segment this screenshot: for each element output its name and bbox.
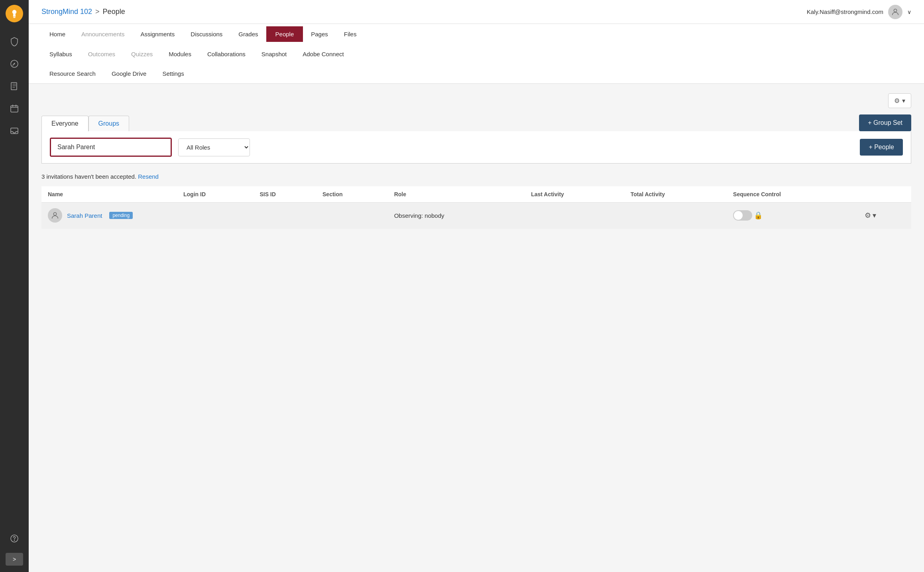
shield-icon[interactable] [6, 33, 23, 50]
filter-row: All Roles Teacher Student Observer + Peo… [41, 131, 911, 164]
svg-rect-1 [14, 18, 16, 18]
svg-rect-0 [13, 17, 16, 18]
nav-discussions[interactable]: Discussions [183, 24, 230, 44]
svg-rect-4 [11, 83, 17, 90]
sidebar-expand-button[interactable]: > [6, 553, 23, 566]
people-table: Name Login ID SIS ID Section Role Last A… [41, 186, 911, 229]
nav-announcements[interactable]: Announcements [73, 24, 132, 44]
row-gear-dropdown-arrow: ▾ [873, 211, 876, 220]
inbox-icon[interactable] [6, 122, 23, 140]
role-select[interactable]: All Roles Teacher Student Observer [178, 138, 250, 156]
svg-point-8 [894, 9, 896, 12]
table-row: Sarah Parent pending Observing: nobody [41, 203, 911, 229]
user-name-cell: Sarah Parent pending [41, 203, 177, 229]
user-sis-id [253, 203, 316, 229]
nav-assignments[interactable]: Assignments [132, 24, 183, 44]
col-section: Section [316, 186, 388, 203]
nav-collaborations[interactable]: Collaborations [199, 44, 254, 64]
nav-row-1: Home Announcements Assignments Discussio… [41, 24, 911, 44]
invitation-notice: 3 invitations haven't been accepted. Res… [41, 173, 911, 180]
main-content: StrongMind 102 > People Kaly.Nasiff@stro… [29, 0, 924, 572]
toggle-knob [734, 211, 743, 220]
nav-grades[interactable]: Grades [230, 24, 266, 44]
people-page: ⚙ ▾ Everyone Groups + Group Set All Role… [29, 84, 924, 572]
add-people-button[interactable]: + People [860, 139, 903, 156]
user-avatar [48, 208, 62, 223]
filter-left: All Roles Teacher Student Observer [50, 138, 250, 157]
search-input[interactable] [51, 139, 171, 156]
user-dropdown-arrow[interactable]: ∨ [907, 9, 911, 15]
nav-row-2: Syllabus Outcomes Quizzes Modules Collab… [41, 44, 911, 64]
calendar-icon[interactable] [6, 100, 23, 117]
breadcrumb-course-link[interactable]: StrongMind 102 [41, 8, 92, 16]
resend-link[interactable]: Resend [138, 173, 159, 180]
col-actions [858, 186, 911, 203]
course-nav: Home Announcements Assignments Discussio… [29, 24, 924, 84]
col-sequence-control: Sequence Control [727, 186, 858, 203]
sidebar: > [0, 0, 29, 572]
nav-settings[interactable]: Settings [154, 64, 192, 83]
svg-point-3 [14, 63, 15, 65]
nav-syllabus[interactable]: Syllabus [41, 44, 80, 64]
nav-modules[interactable]: Modules [161, 44, 199, 64]
user-sequence-control: 🔒 [727, 203, 858, 229]
sequence-toggle[interactable] [733, 210, 752, 221]
tabs-left: Everyone Groups [41, 116, 129, 131]
search-input-wrapper [50, 138, 172, 157]
nav-pages[interactable]: Pages [303, 24, 336, 44]
user-total-activity [624, 203, 727, 229]
gear-dropdown-arrow: ▾ [902, 97, 905, 105]
tab-everyone[interactable]: Everyone [41, 116, 88, 131]
help-icon[interactable] [6, 530, 23, 547]
nav-snapshot[interactable]: Snapshot [254, 44, 295, 64]
svg-rect-5 [11, 106, 18, 112]
speedometer-icon[interactable] [6, 55, 23, 73]
nav-files[interactable]: Files [336, 24, 365, 44]
pending-badge: pending [109, 212, 133, 219]
lock-icon: 🔒 [754, 211, 763, 220]
nav-google-drive[interactable]: Google Drive [104, 64, 155, 83]
table-header: Name Login ID SIS ID Section Role Last A… [41, 186, 911, 203]
row-gear-button[interactable]: ⚙ ▾ [865, 211, 876, 220]
col-role: Role [388, 186, 525, 203]
user-email: Kaly.Nasiff@strongmind.com [807, 8, 883, 15]
book-icon[interactable] [6, 77, 23, 95]
gear-icon: ⚙ [894, 97, 900, 105]
toolbar-row: ⚙ ▾ [41, 93, 911, 108]
user-role: Observing: nobody [388, 203, 525, 229]
svg-point-9 [53, 213, 56, 215]
col-sis-id: SIS ID [253, 186, 316, 203]
sidebar-logo[interactable] [6, 5, 23, 22]
breadcrumb-current-page: People [103, 8, 125, 16]
topbar: StrongMind 102 > People Kaly.Nasiff@stro… [29, 0, 924, 24]
nav-row-3: Resource Search Google Drive Settings [41, 64, 911, 83]
nav-home[interactable]: Home [41, 24, 73, 44]
col-login-id: Login ID [177, 186, 253, 203]
user-login-id [177, 203, 253, 229]
nav-resource-search[interactable]: Resource Search [41, 64, 104, 83]
nav-quizzes[interactable]: Quizzes [123, 44, 161, 64]
avatar [888, 5, 902, 19]
nav-adobe-connect[interactable]: Adobe Connect [295, 44, 352, 64]
nav-outcomes[interactable]: Outcomes [80, 44, 123, 64]
user-last-activity [525, 203, 624, 229]
user-name-link[interactable]: Sarah Parent [67, 212, 102, 219]
user-actions-cell: ⚙ ▾ [858, 203, 911, 229]
user-section [316, 203, 388, 229]
col-total-activity: Total Activity [624, 186, 727, 203]
row-gear-icon: ⚙ [865, 211, 871, 220]
nav-people[interactable]: People [266, 26, 303, 42]
tabs-row: Everyone Groups + Group Set [41, 114, 911, 131]
col-last-activity: Last Activity [525, 186, 624, 203]
breadcrumb-separator: > [95, 8, 100, 16]
tab-groups[interactable]: Groups [88, 116, 129, 131]
topbar-right: Kaly.Nasiff@strongmind.com ∨ [807, 5, 911, 19]
add-group-set-button[interactable]: + Group Set [859, 114, 911, 131]
col-name: Name [41, 186, 177, 203]
gear-dropdown-button[interactable]: ⚙ ▾ [888, 93, 911, 108]
breadcrumb: StrongMind 102 > People [41, 8, 125, 16]
